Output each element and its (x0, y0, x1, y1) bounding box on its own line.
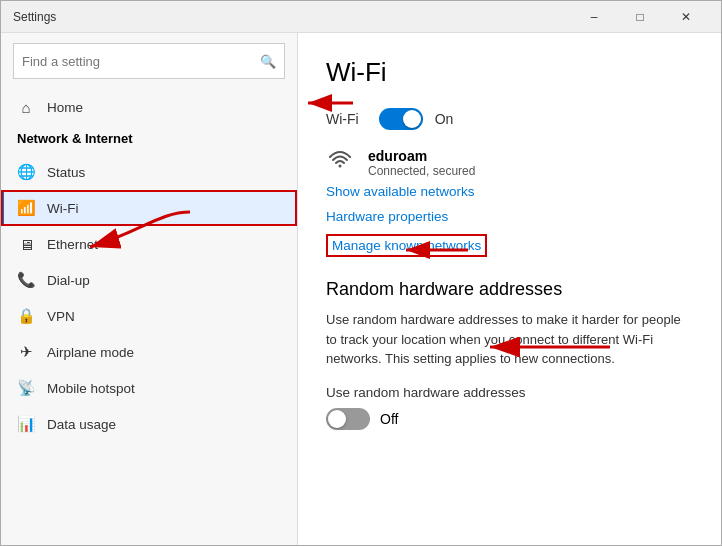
manage-known-networks-link[interactable]: Manage known networks (332, 238, 481, 253)
wifi-toggle-row: Wi-Fi On (326, 108, 693, 130)
maximize-button[interactable]: □ (617, 1, 663, 33)
sidebar-item-hotspot-label: Mobile hotspot (47, 381, 135, 396)
status-icon: 🌐 (17, 163, 35, 181)
app-body: 🔍 ⌂ Home Network & Internet 🌐 Status 📶 W… (1, 33, 721, 545)
sidebar: 🔍 ⌂ Home Network & Internet 🌐 Status 📶 W… (1, 33, 297, 545)
network-name: eduroam (368, 148, 475, 164)
settings-window: Settings – □ ✕ 🔍 ⌂ Home Network & Intern… (0, 0, 722, 546)
close-button[interactable]: ✕ (663, 1, 709, 33)
ethernet-icon: 🖥 (17, 235, 35, 253)
sidebar-item-dialup[interactable]: 📞 Dial-up (1, 262, 297, 298)
minimize-button[interactable]: – (571, 1, 617, 33)
home-icon: ⌂ (17, 98, 35, 116)
sidebar-item-home[interactable]: ⌂ Home (1, 89, 297, 125)
random-hw-toggle-thumb (328, 410, 346, 428)
sidebar-item-airplane-label: Airplane mode (47, 345, 134, 360)
sidebar-item-home-label: Home (47, 100, 83, 115)
window-title: Settings (13, 10, 571, 24)
network-info: eduroam Connected, secured (368, 148, 475, 178)
sidebar-item-status[interactable]: 🌐 Status (1, 154, 297, 190)
sidebar-item-datausage-label: Data usage (47, 417, 116, 432)
sidebar-item-dialup-label: Dial-up (47, 273, 90, 288)
random-hw-toggle[interactable] (326, 408, 370, 430)
wifi-icon: 📶 (17, 199, 35, 217)
vpn-icon: 🔒 (17, 307, 35, 325)
search-box[interactable]: 🔍 (13, 43, 285, 79)
random-hw-desc: Use random hardware addresses to make it… (326, 310, 693, 369)
sidebar-item-wifi-label: Wi-Fi (47, 201, 78, 216)
sidebar-item-ethernet[interactable]: 🖥 Ethernet (1, 226, 297, 262)
network-row: eduroam Connected, secured (326, 148, 693, 178)
manage-known-box: Manage known networks (326, 234, 487, 257)
sidebar-section-title: Network & Internet (1, 125, 297, 154)
random-hw-section-title: Random hardware addresses (326, 279, 693, 300)
hotspot-icon: 📡 (17, 379, 35, 397)
random-hw-toggle-state: Off (380, 411, 398, 427)
wifi-toggle[interactable] (379, 108, 423, 130)
search-icon: 🔍 (260, 54, 276, 69)
sidebar-item-airplane[interactable]: ✈ Airplane mode (1, 334, 297, 370)
search-input[interactable] (22, 54, 260, 69)
sidebar-item-vpn[interactable]: 🔒 VPN (1, 298, 297, 334)
wifi-signal-icon (326, 149, 354, 177)
sidebar-item-datausage[interactable]: 📊 Data usage (1, 406, 297, 442)
sidebar-item-vpn-label: VPN (47, 309, 75, 324)
sidebar-item-wifi[interactable]: 📶 Wi-Fi (1, 190, 297, 226)
title-bar: Settings – □ ✕ (1, 1, 721, 33)
wifi-toggle-thumb (403, 110, 421, 128)
datausage-icon: 📊 (17, 415, 35, 433)
use-random-label: Use random hardware addresses (326, 385, 693, 400)
page-title: Wi-Fi (326, 57, 693, 88)
random-hw-toggle-row: Off (326, 408, 693, 430)
main-content: Wi-Fi Wi-Fi On (298, 33, 721, 545)
sidebar-item-hotspot[interactable]: 📡 Mobile hotspot (1, 370, 297, 406)
hardware-properties-link[interactable]: Hardware properties (326, 209, 693, 224)
show-available-networks-link[interactable]: Show available networks (326, 184, 693, 199)
wifi-toggle-state: On (435, 111, 454, 127)
wifi-toggle-label: Wi-Fi (326, 111, 359, 127)
airplane-icon: ✈ (17, 343, 35, 361)
sidebar-item-status-label: Status (47, 165, 85, 180)
network-status: Connected, secured (368, 164, 475, 178)
sidebar-item-ethernet-label: Ethernet (47, 237, 98, 252)
window-controls: – □ ✕ (571, 1, 709, 33)
dialup-icon: 📞 (17, 271, 35, 289)
